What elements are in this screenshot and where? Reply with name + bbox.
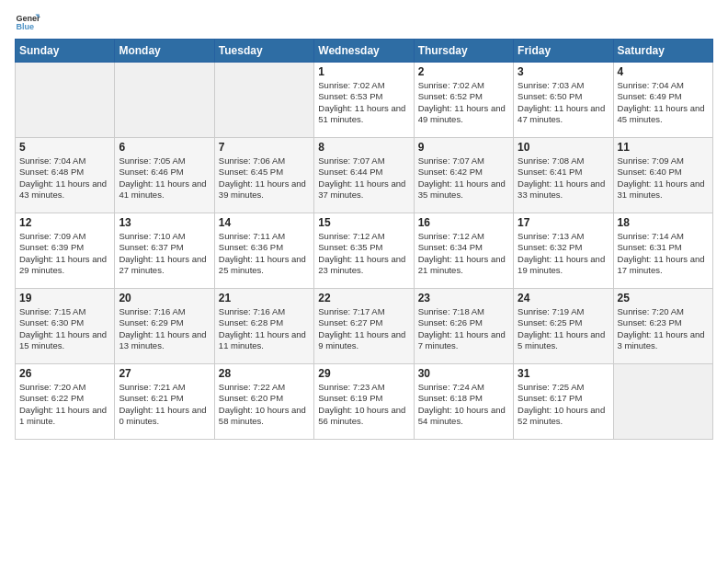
day-info: Sunrise: 7:10 AM Sunset: 6:37 PM Dayligh…	[119, 231, 210, 276]
day-number: 4	[618, 65, 709, 78]
day-number: 8	[318, 141, 409, 154]
day-info: Sunrise: 7:16 AM Sunset: 6:28 PM Dayligh…	[219, 306, 310, 351]
calendar-header-thursday: Thursday	[414, 40, 513, 63]
page-container: General Blue SundayMondayTuesdayWednesda…	[0, 0, 728, 447]
day-info: Sunrise: 7:08 AM Sunset: 6:41 PM Dayligh…	[518, 155, 609, 201]
day-info: Sunrise: 7:04 AM Sunset: 6:48 PM Dayligh…	[19, 155, 110, 201]
calendar-cell: 24Sunrise: 7:19 AM Sunset: 6:25 PM Dayli…	[514, 289, 613, 364]
calendar-cell: 28Sunrise: 7:22 AM Sunset: 6:20 PM Dayli…	[214, 364, 313, 440]
calendar-cell: 7Sunrise: 7:06 AM Sunset: 6:45 PM Daylig…	[214, 138, 313, 213]
calendar-cell: 29Sunrise: 7:23 AM Sunset: 6:19 PM Dayli…	[314, 364, 414, 440]
calendar-header-wednesday: Wednesday	[314, 40, 414, 63]
calendar-cell: 30Sunrise: 7:24 AM Sunset: 6:18 PM Dayli…	[414, 364, 513, 440]
calendar-header-saturday: Saturday	[613, 40, 712, 63]
day-info: Sunrise: 7:11 AM Sunset: 6:36 PM Dayligh…	[219, 231, 310, 276]
day-number: 12	[19, 216, 110, 229]
day-number: 26	[19, 367, 110, 380]
calendar-cell: 2Sunrise: 7:02 AM Sunset: 6:52 PM Daylig…	[414, 63, 513, 138]
day-number: 9	[418, 141, 509, 154]
day-number: 22	[318, 292, 409, 304]
day-info: Sunrise: 7:25 AM Sunset: 6:17 PM Dayligh…	[518, 382, 609, 427]
header: General Blue	[15, 9, 713, 35]
calendar-week-5: 26Sunrise: 7:20 AM Sunset: 6:22 PM Dayli…	[16, 364, 713, 440]
calendar-cell	[613, 364, 712, 440]
calendar-table: SundayMondayTuesdayWednesdayThursdayFrid…	[15, 39, 713, 440]
day-info: Sunrise: 7:19 AM Sunset: 6:25 PM Dayligh…	[518, 306, 609, 351]
calendar-cell: 6Sunrise: 7:05 AM Sunset: 6:46 PM Daylig…	[115, 138, 214, 213]
day-number: 14	[219, 216, 310, 229]
calendar-cell: 4Sunrise: 7:04 AM Sunset: 6:49 PM Daylig…	[613, 63, 712, 138]
day-info: Sunrise: 7:15 AM Sunset: 6:30 PM Dayligh…	[19, 306, 110, 351]
day-number: 25	[618, 292, 709, 304]
day-info: Sunrise: 7:03 AM Sunset: 6:50 PM Dayligh…	[518, 80, 609, 125]
calendar-cell: 26Sunrise: 7:20 AM Sunset: 6:22 PM Dayli…	[16, 364, 115, 440]
day-info: Sunrise: 7:18 AM Sunset: 6:26 PM Dayligh…	[418, 306, 509, 351]
calendar-cell: 9Sunrise: 7:07 AM Sunset: 6:42 PM Daylig…	[414, 138, 513, 213]
day-number: 28	[219, 367, 310, 380]
day-number: 18	[618, 216, 709, 229]
day-number: 2	[418, 65, 509, 78]
calendar-header-tuesday: Tuesday	[214, 40, 313, 63]
calendar-cell: 10Sunrise: 7:08 AM Sunset: 6:41 PM Dayli…	[514, 138, 613, 213]
calendar-week-1: 1Sunrise: 7:02 AM Sunset: 6:53 PM Daylig…	[16, 63, 713, 138]
calendar-cell: 27Sunrise: 7:21 AM Sunset: 6:21 PM Dayli…	[115, 364, 214, 440]
day-info: Sunrise: 7:12 AM Sunset: 6:35 PM Dayligh…	[318, 231, 409, 276]
day-info: Sunrise: 7:09 AM Sunset: 6:40 PM Dayligh…	[618, 155, 709, 201]
day-number: 15	[318, 216, 409, 229]
calendar-cell: 8Sunrise: 7:07 AM Sunset: 6:44 PM Daylig…	[314, 138, 414, 213]
day-info: Sunrise: 7:23 AM Sunset: 6:19 PM Dayligh…	[318, 382, 409, 427]
calendar-cell: 14Sunrise: 7:11 AM Sunset: 6:36 PM Dayli…	[214, 213, 313, 289]
day-number: 6	[119, 141, 210, 154]
day-number: 29	[318, 367, 409, 380]
day-info: Sunrise: 7:22 AM Sunset: 6:20 PM Dayligh…	[219, 382, 310, 427]
day-info: Sunrise: 7:24 AM Sunset: 6:18 PM Dayligh…	[418, 382, 509, 427]
logo-icon: General Blue	[15, 9, 40, 35]
day-info: Sunrise: 7:02 AM Sunset: 6:53 PM Dayligh…	[318, 80, 409, 125]
day-info: Sunrise: 7:02 AM Sunset: 6:52 PM Dayligh…	[418, 80, 509, 125]
day-number: 5	[19, 141, 110, 154]
day-info: Sunrise: 7:05 AM Sunset: 6:46 PM Dayligh…	[119, 155, 210, 201]
calendar-cell	[16, 63, 115, 138]
day-info: Sunrise: 7:17 AM Sunset: 6:27 PM Dayligh…	[318, 306, 409, 351]
day-info: Sunrise: 7:07 AM Sunset: 6:44 PM Dayligh…	[318, 155, 409, 201]
calendar-cell: 12Sunrise: 7:09 AM Sunset: 6:39 PM Dayli…	[16, 213, 115, 289]
day-number: 7	[219, 141, 310, 154]
calendar-cell: 22Sunrise: 7:17 AM Sunset: 6:27 PM Dayli…	[314, 289, 414, 364]
day-info: Sunrise: 7:21 AM Sunset: 6:21 PM Dayligh…	[119, 382, 210, 427]
calendar-header-row: SundayMondayTuesdayWednesdayThursdayFrid…	[16, 40, 713, 63]
day-number: 16	[418, 216, 509, 229]
calendar-cell: 1Sunrise: 7:02 AM Sunset: 6:53 PM Daylig…	[314, 63, 414, 138]
day-info: Sunrise: 7:20 AM Sunset: 6:23 PM Dayligh…	[618, 306, 709, 351]
day-number: 17	[518, 216, 609, 229]
calendar-cell: 23Sunrise: 7:18 AM Sunset: 6:26 PM Dayli…	[414, 289, 513, 364]
calendar-cell: 15Sunrise: 7:12 AM Sunset: 6:35 PM Dayli…	[314, 213, 414, 289]
day-info: Sunrise: 7:09 AM Sunset: 6:39 PM Dayligh…	[19, 231, 110, 276]
day-number: 27	[119, 367, 210, 380]
calendar-header-sunday: Sunday	[16, 40, 115, 63]
calendar-cell: 3Sunrise: 7:03 AM Sunset: 6:50 PM Daylig…	[514, 63, 613, 138]
day-info: Sunrise: 7:13 AM Sunset: 6:32 PM Dayligh…	[518, 231, 609, 276]
calendar-cell	[214, 63, 313, 138]
calendar-cell: 17Sunrise: 7:13 AM Sunset: 6:32 PM Dayli…	[514, 213, 613, 289]
day-number: 3	[518, 65, 609, 78]
day-info: Sunrise: 7:16 AM Sunset: 6:29 PM Dayligh…	[119, 306, 210, 351]
svg-text:Blue: Blue	[16, 22, 34, 31]
calendar-header-monday: Monday	[115, 40, 214, 63]
day-number: 19	[19, 292, 110, 304]
day-info: Sunrise: 7:07 AM Sunset: 6:42 PM Dayligh…	[418, 155, 509, 201]
day-number: 13	[119, 216, 210, 229]
calendar-cell: 19Sunrise: 7:15 AM Sunset: 6:30 PM Dayli…	[16, 289, 115, 364]
day-info: Sunrise: 7:04 AM Sunset: 6:49 PM Dayligh…	[618, 80, 709, 125]
day-number: 11	[618, 141, 709, 154]
day-number: 21	[219, 292, 310, 304]
calendar-cell	[115, 63, 214, 138]
day-number: 23	[418, 292, 509, 304]
calendar-cell: 25Sunrise: 7:20 AM Sunset: 6:23 PM Dayli…	[613, 289, 712, 364]
calendar-cell: 31Sunrise: 7:25 AM Sunset: 6:17 PM Dayli…	[514, 364, 613, 440]
calendar-cell: 13Sunrise: 7:10 AM Sunset: 6:37 PM Dayli…	[115, 213, 214, 289]
calendar-cell: 18Sunrise: 7:14 AM Sunset: 6:31 PM Dayli…	[613, 213, 712, 289]
calendar-cell: 21Sunrise: 7:16 AM Sunset: 6:28 PM Dayli…	[214, 289, 313, 364]
day-number: 30	[418, 367, 509, 380]
calendar-cell: 16Sunrise: 7:12 AM Sunset: 6:34 PM Dayli…	[414, 213, 513, 289]
calendar-week-3: 12Sunrise: 7:09 AM Sunset: 6:39 PM Dayli…	[16, 213, 713, 289]
